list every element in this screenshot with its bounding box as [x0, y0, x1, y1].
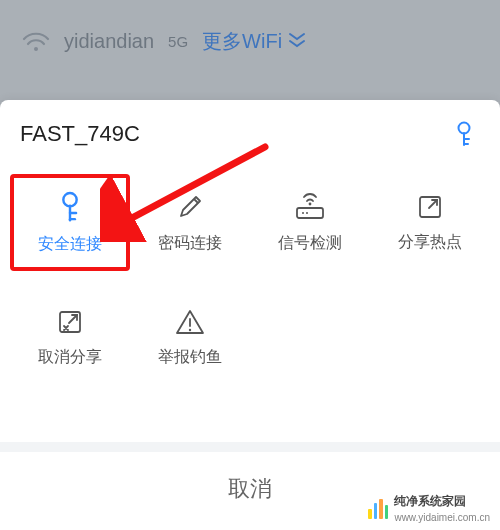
- action-secure-connect[interactable]: 安全连接: [10, 174, 130, 271]
- router-icon: [292, 191, 328, 223]
- action-password-connect[interactable]: 密码连接: [130, 174, 250, 271]
- action-signal-detect[interactable]: 信号检测: [250, 174, 370, 271]
- action-label: 举报钓鱼: [158, 347, 222, 368]
- action-grid: 安全连接 密码连接 信号检测: [0, 166, 500, 385]
- action-label: 分享热点: [398, 232, 462, 253]
- pencil-icon: [174, 191, 206, 223]
- sheet-header: FAST_749C: [0, 100, 500, 166]
- action-label: 取消分享: [38, 347, 102, 368]
- action-report-phishing[interactable]: 举报钓鱼: [130, 289, 250, 385]
- action-label: 密码连接: [158, 233, 222, 254]
- svg-point-2: [63, 193, 76, 206]
- svg-point-5: [302, 212, 304, 214]
- svg-point-9: [189, 328, 191, 330]
- svg-point-1: [459, 123, 470, 134]
- action-label: 信号检测: [278, 233, 342, 254]
- share-icon: [415, 192, 445, 222]
- wifi-action-sheet: FAST_749C 安全连接: [0, 100, 500, 530]
- warning-icon: [174, 307, 206, 337]
- key-icon: [452, 120, 476, 148]
- svg-rect-4: [297, 208, 323, 218]
- key-icon: [55, 190, 85, 224]
- cancel-label: 取消: [228, 476, 272, 501]
- watermark-logo-icon: [368, 499, 388, 519]
- action-label: 安全连接: [38, 234, 102, 255]
- action-share-hotspot[interactable]: 分享热点: [370, 174, 490, 271]
- svg-point-3: [309, 203, 312, 206]
- unshare-icon: [55, 307, 85, 337]
- watermark-url: www.yidaimei.com.cn: [394, 512, 490, 523]
- svg-point-6: [306, 212, 308, 214]
- sheet-title: FAST_749C: [20, 121, 140, 147]
- action-cancel-share[interactable]: 取消分享: [10, 289, 130, 385]
- watermark: 纯净系统家园 www.yidaimei.com.cn: [368, 493, 490, 524]
- watermark-name: 纯净系统家园: [394, 494, 466, 508]
